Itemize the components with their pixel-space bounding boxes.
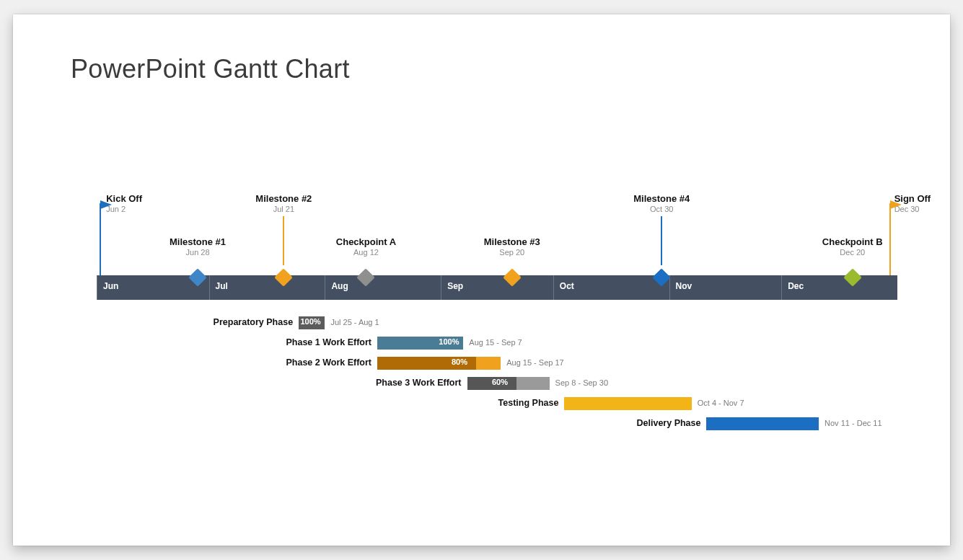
flag-icon: [890, 200, 903, 210]
task-row: Testing PhaseOct 4 - Nov 7: [97, 396, 897, 411]
task-date-range: Nov 11 - Dec 11: [825, 419, 881, 427]
milestone-diamond: Checkpoint AAug 12: [336, 236, 396, 257]
task-bar: [706, 417, 819, 430]
milestone-diamond: Milestone #3Sep 20: [484, 236, 540, 257]
diamond-icon: [357, 268, 375, 286]
milestone-date: Sep 20: [484, 248, 540, 257]
task-date-range: Aug 15 - Sep 7: [469, 338, 522, 347]
task-label: Preparatory Phase: [214, 317, 293, 327]
task-label: Delivery Phase: [637, 418, 701, 428]
milestone-label: Milestone #4: [633, 193, 690, 204]
diamond-icon: [652, 268, 670, 286]
task-label: Phase 2 Work Effort: [286, 357, 371, 368]
diamond-icon: [275, 268, 293, 286]
milestone-label: Milestone #3: [484, 236, 540, 247]
svg-marker-0: [100, 200, 112, 209]
milestones-layer: Kick OffJun 2Milestone #1Jun 28Milestone…: [97, 14, 897, 300]
task-date-range: Aug 15 - Sep 17: [506, 358, 564, 367]
task-row: Delivery PhaseNov 11 - Dec 11: [97, 417, 897, 431]
diamond-icon: [843, 268, 861, 286]
task-row: Phase 3 Work Effort60%Sep 8 - Sep 30: [97, 376, 897, 391]
gantt-tasks: Preparatory Phase100%Jul 25 - Aug 1Phase…: [97, 310, 897, 431]
task-date-range: Oct 4 - Nov 7: [698, 399, 744, 407]
flag-pole: [889, 203, 891, 275]
milestone-pin: [283, 216, 284, 265]
milestone-date: Oct 30: [633, 205, 690, 213]
slide-canvas: PowerPoint Gantt Chart JunJulAugSepOctNo…: [13, 14, 950, 546]
milestone-date: Aug 12: [336, 248, 396, 257]
milestone-date: Dec 20: [822, 248, 883, 257]
task-row: Preparatory Phase100%Jul 25 - Aug 1: [97, 316, 897, 330]
task-bar: [564, 397, 691, 410]
milestone-diamond: Milestone #4Oct 30: [633, 193, 690, 213]
svg-marker-1: [890, 200, 902, 209]
task-bar: [377, 357, 501, 370]
task-row: Phase 2 Work Effort80%Aug 15 - Sep 17: [97, 356, 897, 370]
task-label: Phase 1 Work Effort: [286, 337, 371, 347]
diamond-icon: [503, 268, 521, 286]
milestone-label: Milestone #2: [255, 193, 312, 204]
task-date-range: Jul 25 - Aug 1: [330, 318, 379, 326]
milestone-diamond: Milestone #2Jul 21: [255, 193, 312, 213]
task-label: Testing Phase: [498, 398, 559, 408]
task-percent: 100%: [439, 337, 459, 346]
milestone-date: Jun 28: [170, 248, 226, 257]
milestone-pin: [661, 216, 662, 265]
task-percent: 100%: [300, 317, 320, 326]
task-percent: 80%: [452, 357, 467, 366]
task-label: Phase 3 Work Effort: [376, 378, 462, 388]
task-row: Phase 1 Work Effort100%Aug 15 - Sep 7: [97, 336, 897, 350]
milestone-label: Checkpoint B: [822, 236, 883, 247]
task-bar: [467, 377, 550, 390]
milestone-label: Milestone #1: [170, 236, 226, 247]
task-percent: 60%: [492, 378, 508, 386]
milestone-date: Jul 21: [255, 205, 312, 213]
milestone-label: Checkpoint A: [336, 236, 396, 247]
flag-icon: [100, 200, 113, 210]
milestone-diamond: Checkpoint BDec 20: [822, 236, 883, 257]
flag-pole: [100, 203, 101, 275]
milestone-diamond: Milestone #1Jun 28: [170, 236, 226, 257]
diamond-icon: [188, 268, 206, 286]
task-date-range: Sep 8 - Sep 30: [555, 378, 608, 387]
